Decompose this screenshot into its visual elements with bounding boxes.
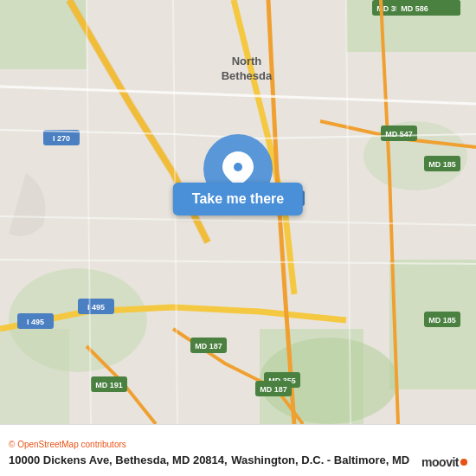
svg-rect-8: [0, 329, 69, 424]
moovit-dot: [460, 459, 467, 466]
svg-text:I 495: I 495: [27, 318, 44, 326]
svg-text:MD 586: MD 586: [401, 4, 428, 13]
svg-text:I 270: I 270: [53, 134, 70, 143]
svg-text:MD 191: MD 191: [95, 381, 123, 389]
city-address: Washington, D.C. - Baltimore, MD: [231, 453, 409, 466]
svg-text:MD 547: MD 547: [385, 130, 413, 138]
map-area: I 270 I 270 I 495 I 495 MD 355 MD 355 MD…: [0, 0, 476, 424]
svg-text:Bethesda: Bethesda: [222, 69, 273, 82]
svg-text:MD 187: MD 187: [260, 385, 287, 394]
address-line: © OpenStreetMap contributors: [9, 437, 467, 450]
svg-text:MD 185: MD 185: [428, 160, 456, 169]
street-address: 10000 Dickens Ave, Bethesda, MD 20814,: [9, 453, 228, 466]
svg-point-41: [234, 163, 242, 171]
moovit-label: moovit: [421, 455, 459, 469]
moovit-logo: moovit: [421, 455, 467, 469]
address-full: 10000 Dickens Ave, Bethesda, MD 20814, W…: [9, 452, 467, 467]
take-me-there-button[interactable]: Take me there: [173, 183, 303, 215]
svg-text:MD 187: MD 187: [195, 342, 222, 351]
svg-text:North: North: [232, 55, 262, 68]
osm-credit: © OpenStreetMap contributors: [9, 440, 126, 449]
svg-text:MD 185: MD 185: [428, 316, 456, 325]
footer: © OpenStreetMap contributors 10000 Dicke…: [0, 424, 476, 476]
